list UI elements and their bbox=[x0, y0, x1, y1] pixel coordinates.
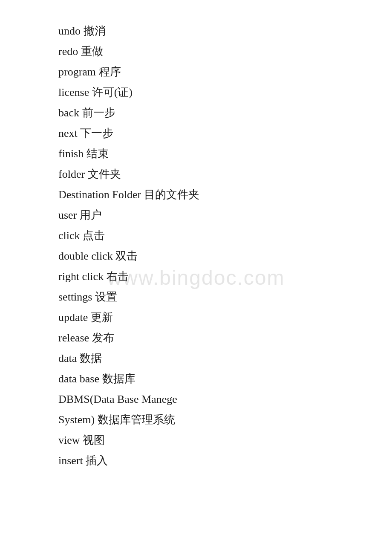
vocab-item: data base 数据库 bbox=[58, 373, 392, 384]
vocab-chinese: 数据 bbox=[80, 352, 102, 364]
vocab-chinese: 重做 bbox=[81, 45, 103, 58]
vocab-chinese: 数据库 bbox=[102, 373, 135, 385]
vocab-item: user 用户 bbox=[58, 210, 392, 221]
vocab-english: update bbox=[58, 311, 88, 324]
vocab-english: user bbox=[58, 209, 77, 221]
vocab-item: license 许可(证) bbox=[58, 87, 392, 98]
vocab-chinese: 结束 bbox=[86, 147, 109, 160]
content-area: undo 撤消redo 重做program 程序license 许可(证)bac… bbox=[0, 0, 392, 501]
vocab-chinese: 视图 bbox=[83, 434, 105, 446]
vocab-english: redo bbox=[58, 45, 78, 58]
vocab-item: undo 撤消 bbox=[58, 26, 392, 37]
vocab-item: back 前一步 bbox=[58, 107, 392, 119]
vocab-item: finish 结束 bbox=[58, 148, 392, 159]
vocab-chinese: 设置 bbox=[95, 291, 117, 303]
vocab-english: license bbox=[58, 86, 89, 98]
vocab-english: System) bbox=[58, 413, 95, 426]
vocab-english: back bbox=[58, 107, 79, 119]
vocab-item: System) 数据库管理系统 bbox=[58, 414, 392, 425]
vocab-chinese: 更新 bbox=[91, 311, 113, 324]
vocab-chinese: 程序 bbox=[99, 66, 121, 78]
vocab-english: right click bbox=[58, 270, 104, 283]
vocab-chinese: 数据库管理系统 bbox=[98, 413, 175, 426]
vocab-item: Destination Folder 目的文件夹 bbox=[58, 189, 392, 200]
vocab-chinese: 用户 bbox=[80, 209, 102, 221]
vocab-english: release bbox=[58, 332, 89, 344]
vocab-chinese: 插入 bbox=[86, 454, 108, 467]
vocab-chinese: 发布 bbox=[92, 332, 114, 344]
vocab-english: folder bbox=[58, 168, 85, 180]
vocab-chinese: 文件夹 bbox=[88, 168, 121, 180]
vocab-item: redo 重做 bbox=[58, 46, 392, 57]
vocab-chinese: 下一步 bbox=[80, 127, 113, 139]
vocab-english: view bbox=[58, 434, 80, 446]
vocab-item: DBMS(Data Base Manege bbox=[58, 394, 392, 405]
vocab-item: folder 文件夹 bbox=[58, 169, 392, 180]
vocab-english: next bbox=[58, 127, 78, 139]
vocab-chinese: 撤消 bbox=[84, 25, 106, 37]
vocab-chinese: 许可(证) bbox=[92, 86, 133, 98]
vocab-item: click 点击 bbox=[58, 230, 392, 241]
vocab-item: view 视图 bbox=[58, 435, 392, 446]
vocab-item: release 发布 bbox=[58, 332, 392, 344]
vocab-item: update 更新 bbox=[58, 312, 392, 323]
vocab-english: data base bbox=[58, 373, 99, 385]
vocab-item: settings 设置 bbox=[58, 292, 392, 303]
vocab-english: finish bbox=[58, 147, 84, 160]
vocab-item: insert 插入 bbox=[58, 455, 392, 466]
vocab-chinese: 右击 bbox=[107, 270, 129, 283]
vocab-chinese: 双击 bbox=[115, 250, 138, 262]
vocab-english: undo bbox=[58, 25, 81, 37]
vocab-english: double click bbox=[58, 250, 113, 262]
vocab-english: click bbox=[58, 229, 80, 242]
vocab-english: Destination Folder bbox=[58, 188, 141, 201]
vocab-english: DBMS(Data Base Manege bbox=[58, 393, 177, 405]
vocab-english: insert bbox=[58, 454, 83, 467]
vocab-english: program bbox=[58, 66, 96, 78]
vocab-item: next 下一步 bbox=[58, 128, 392, 139]
vocab-item: data 数据 bbox=[58, 353, 392, 364]
vocab-chinese: 前一步 bbox=[82, 107, 115, 119]
vocab-chinese: 点击 bbox=[83, 229, 105, 242]
vocab-english: settings bbox=[58, 291, 92, 303]
vocab-chinese: 目的文件夹 bbox=[144, 188, 199, 201]
vocab-item: right click 右击 bbox=[58, 271, 392, 282]
vocab-english: data bbox=[58, 352, 77, 364]
vocab-item: program 程序 bbox=[58, 66, 392, 78]
vocab-item: double click 双击 bbox=[58, 251, 392, 262]
